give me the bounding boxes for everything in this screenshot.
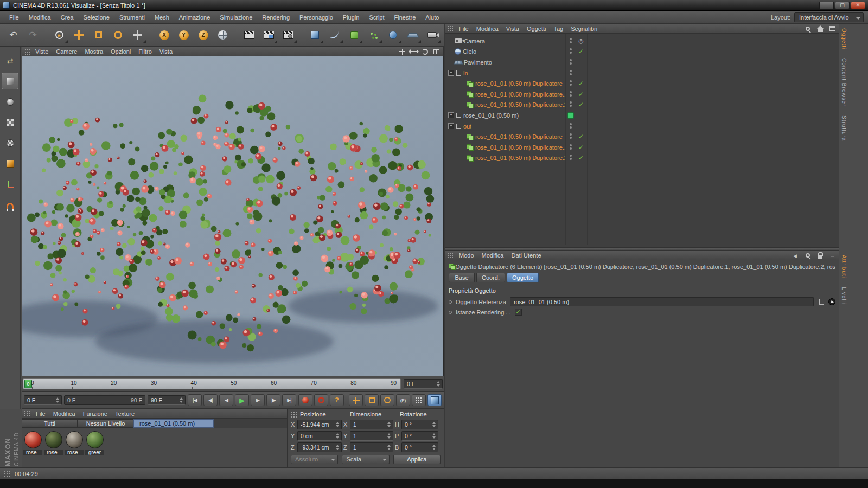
lock-x-button[interactable]: X (155, 25, 174, 44)
object-picker-button[interactable] (828, 298, 835, 305)
object-axis-button[interactable] (2, 155, 18, 172)
tag-icon[interactable] (575, 154, 587, 162)
lock-z-button[interactable]: Z (194, 25, 213, 44)
start-frame-stepper[interactable] (55, 397, 60, 403)
menu-item[interactable]: Segnalibri (567, 24, 601, 34)
preview-range-slider[interactable]: 0 F 90 F (64, 395, 145, 405)
expander-icon[interactable] (448, 70, 455, 76)
panel-grip-icon[interactable] (4, 471, 10, 477)
material-layer-tab[interactable]: Nessun Livello (78, 419, 133, 428)
add-deformer-button[interactable] (384, 25, 403, 44)
lock-button[interactable] (815, 251, 825, 259)
apply-button[interactable]: Applica (393, 455, 441, 464)
redo-button[interactable] (23, 25, 42, 44)
menu-item[interactable]: Modo (455, 251, 478, 260)
uv-mode-button[interactable] (2, 134, 18, 151)
object-label[interactable]: out (463, 123, 471, 130)
live-selection-button[interactable] (50, 25, 69, 44)
reference-object-field[interactable]: rose_01_01 (0.50 m) (510, 297, 814, 306)
record-rotation-toggle[interactable] (380, 394, 394, 406)
record-scale-toggle[interactable] (365, 394, 379, 406)
layout-dropdown[interactable]: Interfaccia di Avvio (794, 12, 864, 22)
menu-item[interactable]: Crea (56, 11, 79, 24)
zoom-view-button[interactable] (409, 48, 418, 56)
path-bar-button[interactable] (828, 24, 837, 33)
scale-dropdown[interactable]: Scala (342, 455, 389, 464)
minimize-button[interactable]: – (819, 2, 834, 9)
object-label[interactable]: rose_01_01 (0.50 m) Duplicatore.1 (475, 144, 566, 151)
visibility-dots-icon[interactable] (566, 112, 575, 119)
expander-icon[interactable] (448, 112, 455, 118)
pan-view-button[interactable] (398, 48, 407, 56)
dock-tab[interactable]: Oggetti (841, 28, 847, 49)
texture-axis-button[interactable] (2, 114, 18, 131)
menu-item[interactable]: Oggetti (523, 24, 550, 34)
rotate-tool-button[interactable] (108, 25, 127, 44)
menu-item[interactable]: Viste (31, 47, 52, 56)
menu-item[interactable]: Plugin (338, 11, 365, 24)
play-button[interactable]: ▶ (235, 394, 249, 406)
add-spline-button[interactable] (325, 25, 344, 44)
object-label[interactable]: rose_01_01 (0.50 m) Duplicatore.1 (475, 91, 566, 98)
record-keyframe-button[interactable] (298, 394, 312, 406)
keyframe-dot-icon[interactable] (449, 300, 452, 304)
material-item[interactable]: rose_ (23, 431, 42, 455)
object-label[interactable]: Cielo (463, 48, 476, 55)
lock-y-button[interactable]: Y (174, 25, 193, 44)
menu-item[interactable]: Filtro (135, 47, 155, 56)
expander-icon[interactable] (448, 123, 455, 129)
field-stepper[interactable] (386, 445, 391, 450)
tag-icon[interactable] (575, 91, 587, 98)
keyframe-selection-toggle[interactable] (427, 394, 442, 406)
render-view-button[interactable] (240, 25, 259, 44)
menu-item[interactable]: Vista (156, 47, 176, 56)
end-frame-stepper[interactable] (178, 397, 183, 403)
attribute-tab[interactable]: Coord. (476, 273, 505, 282)
size-field[interactable]: 1 (350, 442, 393, 452)
panel-grip-icon[interactable] (291, 412, 297, 418)
viewport-canvas[interactable] (22, 56, 444, 376)
menu-item[interactable]: Mostra (81, 47, 107, 56)
menu-item[interactable]: Opzioni (107, 47, 135, 56)
make-editable-button[interactable] (2, 52, 18, 69)
rotation-field[interactable]: 0 ° (401, 442, 438, 452)
toggle-view-button[interactable] (432, 48, 441, 56)
render-instances-checkbox[interactable]: ✓ (515, 309, 522, 316)
menu-item[interactable]: File (32, 409, 49, 419)
position-field[interactable]: 0 cm (297, 431, 342, 441)
scale-tool-button[interactable] (89, 25, 108, 44)
menu-item[interactable]: Dati Utente (508, 251, 545, 260)
menu-item[interactable]: File (455, 24, 473, 34)
material-selection-tab[interactable]: rose_01_01 (0.50 m) (133, 419, 214, 428)
add-particle-button[interactable] (364, 25, 383, 44)
frame-stepper[interactable] (436, 381, 441, 387)
tag-icon[interactable] (575, 144, 587, 151)
menu-item[interactable]: Modifica (473, 24, 502, 34)
model-mode-button[interactable] (2, 73, 18, 89)
field-stepper[interactable] (335, 445, 340, 450)
rotation-field[interactable]: 0 ° (401, 431, 438, 441)
menu-item[interactable]: Animazione (174, 11, 215, 24)
menu-item[interactable]: Script (364, 11, 389, 24)
tag-icon[interactable] (575, 101, 587, 108)
add-environment-button[interactable] (403, 25, 422, 44)
size-field[interactable]: 1 (350, 420, 393, 429)
last-tool-button[interactable] (128, 25, 147, 44)
panel-grip-icon[interactable] (24, 49, 30, 55)
mode-dropdown[interactable]: Assoluto (291, 455, 338, 464)
goto-end-button[interactable]: ▶| (282, 394, 296, 406)
object-label[interactable]: rose_01_01 (0.50 m) Duplicatore.2 (475, 155, 566, 161)
dock-tab[interactable]: Struttura (841, 115, 847, 141)
menu-item[interactable]: Tag (550, 24, 567, 34)
rotate-view-button[interactable] (420, 48, 430, 56)
material-layer-tab[interactable]: Tutti (22, 419, 78, 428)
start-frame-field[interactable]: 0 F (24, 395, 62, 405)
add-generator-button[interactable] (344, 25, 363, 44)
end-frame-field[interactable]: 90 F (148, 395, 186, 405)
close-button[interactable]: ✕ (851, 2, 865, 9)
next-key-button[interactable]: |▶ (266, 394, 280, 406)
keyframe-dot-icon[interactable] (449, 311, 452, 314)
size-field[interactable]: 1 (350, 431, 393, 441)
position-field[interactable]: -93.341 cm (297, 442, 342, 452)
dock-tab[interactable]: Livelli (841, 287, 847, 304)
